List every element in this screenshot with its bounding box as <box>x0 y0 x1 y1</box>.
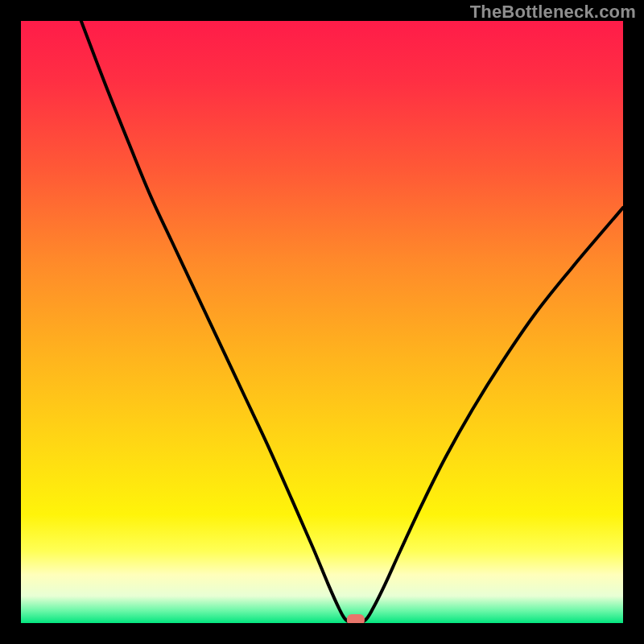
chart-svg <box>21 21 623 623</box>
chart-plot-area <box>21 21 623 623</box>
attribution-label: TheBottleneck.com <box>470 2 636 23</box>
chart-frame: TheBottleneck.com <box>0 0 644 644</box>
chart-background-gradient <box>21 21 623 623</box>
optimal-marker <box>347 614 365 623</box>
